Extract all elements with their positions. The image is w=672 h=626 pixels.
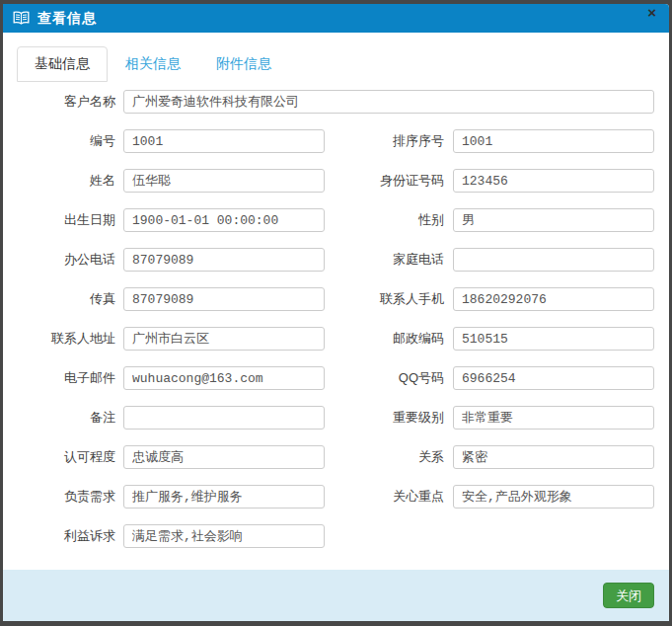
id-card-label: 身份证号码 [325, 172, 453, 190]
close-icon[interactable]: × [647, 4, 656, 22]
form-row: 负责需求 关心重点 [3, 485, 669, 509]
customer-name-input[interactable] [123, 90, 654, 114]
form-row: 办公电话 家庭电话 [3, 248, 669, 272]
form-row: 编号 排序序号 [3, 129, 669, 153]
form-row: 姓名 身份证号码 [3, 169, 669, 193]
form-row: 客户名称 [3, 90, 669, 114]
contact-address-label: 联系人地址 [3, 330, 123, 348]
focus-input[interactable] [453, 485, 654, 509]
birth-date-label: 出生日期 [3, 211, 123, 229]
home-phone-label: 家庭电话 [325, 251, 453, 269]
tab-basic-info[interactable]: 基础信息 [17, 46, 108, 82]
note-label: 备注 [3, 409, 123, 427]
postcode-input[interactable] [453, 327, 654, 351]
name-label: 姓名 [3, 172, 123, 190]
relationship-label: 关系 [325, 448, 453, 466]
gender-input[interactable] [453, 208, 654, 232]
open-book-icon [13, 11, 30, 26]
form-row: 出生日期 性别 [3, 208, 669, 232]
form-row: 传真 联系人手机 [3, 287, 669, 311]
view-info-dialog: 查看信息 × 基础信息 相关信息 附件信息 客户名称 编号 排序序号 姓名 身份… [3, 4, 669, 621]
office-phone-input[interactable] [123, 248, 325, 272]
gender-label: 性别 [325, 211, 453, 229]
form-row: 电子邮件 QQ号码 [3, 366, 669, 390]
note-input[interactable] [123, 406, 325, 430]
form-row: 认可程度 关系 [3, 445, 669, 469]
importance-label: 重要级别 [325, 409, 453, 427]
sort-no-input[interactable] [453, 129, 654, 153]
basic-info-form: 客户名称 编号 排序序号 姓名 身份证号码 出生日期 性别 办公电话 家庭电话 [3, 82, 669, 570]
customer-name-label: 客户名称 [3, 93, 123, 111]
postcode-label: 邮政编码 [325, 330, 453, 348]
dialog-title: 查看信息 [37, 10, 97, 28]
relationship-input[interactable] [453, 445, 654, 469]
mobile-label: 联系人手机 [325, 290, 453, 308]
email-input[interactable] [123, 366, 325, 390]
demand-label: 负责需求 [3, 488, 123, 506]
code-input[interactable] [123, 129, 325, 153]
mobile-input[interactable] [453, 287, 654, 311]
demand-input[interactable] [123, 485, 325, 509]
email-label: 电子邮件 [3, 369, 123, 387]
qq-label: QQ号码 [325, 369, 453, 387]
close-button[interactable]: 关闭 [603, 583, 654, 608]
fax-input[interactable] [123, 287, 325, 311]
form-row: 联系人地址 邮政编码 [3, 327, 669, 351]
form-row: 备注 重要级别 [3, 406, 669, 430]
form-row: 利益诉求 [3, 524, 669, 548]
recognition-label: 认可程度 [3, 448, 123, 466]
sort-no-label: 排序序号 [325, 132, 453, 150]
id-card-input[interactable] [453, 169, 654, 193]
tab-attachment-info[interactable]: 附件信息 [198, 46, 289, 82]
office-phone-label: 办公电话 [3, 251, 123, 269]
home-phone-input[interactable] [453, 248, 654, 272]
fax-label: 传真 [3, 290, 123, 308]
interest-label: 利益诉求 [3, 527, 123, 545]
contact-address-input[interactable] [123, 327, 325, 351]
recognition-input[interactable] [123, 445, 325, 469]
qq-input[interactable] [453, 366, 654, 390]
dialog-footer: 关闭 [3, 570, 669, 621]
tab-bar: 基础信息 相关信息 附件信息 [17, 46, 655, 82]
importance-input[interactable] [453, 406, 654, 430]
code-label: 编号 [3, 132, 123, 150]
tab-related-info[interactable]: 相关信息 [108, 46, 198, 82]
focus-label: 关心重点 [325, 488, 453, 506]
interest-input[interactable] [123, 524, 325, 548]
name-input[interactable] [123, 169, 325, 193]
birth-date-input[interactable] [123, 208, 325, 232]
dialog-titlebar: 查看信息 × [3, 4, 669, 33]
